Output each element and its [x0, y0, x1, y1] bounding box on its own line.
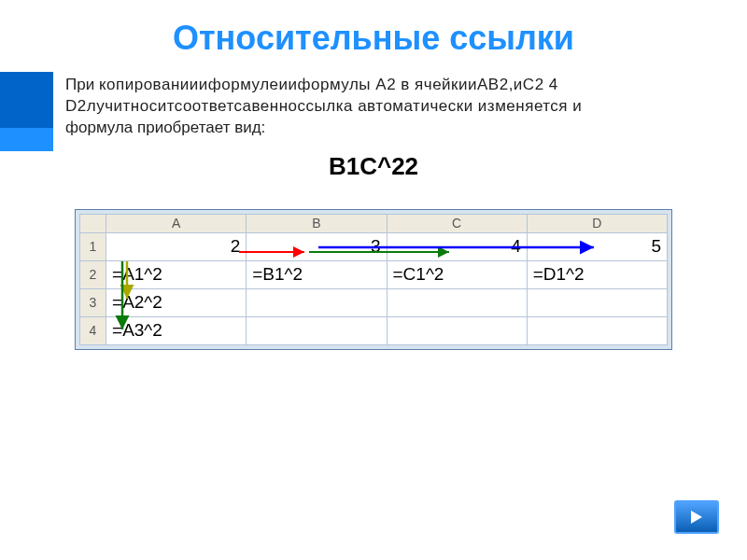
big-formula: В1С^22 — [0, 152, 747, 181]
cell-b3[interactable] — [247, 288, 387, 316]
cell-b4[interactable] — [247, 316, 387, 344]
cell-c1[interactable]: 4 — [387, 232, 527, 260]
cell-c3[interactable] — [387, 288, 527, 316]
cell-d4[interactable] — [527, 316, 667, 344]
decoration-block — [0, 72, 53, 128]
cell-a1[interactable]: 2 — [106, 232, 247, 260]
cell-c4[interactable] — [387, 316, 527, 344]
cell-c2[interactable]: =C1^2 — [387, 260, 527, 288]
description-paragraph: При копированиииформулеииформулы А2 в яч… — [65, 75, 708, 139]
text-garbled: D2лучитноситсоответсавенноссылка автомат… — [65, 97, 582, 115]
col-header-d: D — [527, 214, 667, 232]
row-header-3: 3 — [80, 288, 106, 316]
side-decoration — [0, 72, 53, 151]
spreadsheet-container: A B C D 1 2 3 4 5 2 =A1^2 =B1^2 =C1^2 =D… — [75, 209, 672, 350]
cell-a2[interactable]: =A1^2 — [106, 260, 247, 288]
play-icon — [689, 509, 704, 525]
decoration-block — [0, 128, 53, 151]
text: формула приобретает вид: — [65, 119, 265, 136]
cell-d3[interactable] — [527, 288, 667, 316]
cell-d2[interactable]: =D1^2 — [527, 260, 667, 288]
table-row: 2 =A1^2 =B1^2 =C1^2 =D1^2 — [80, 260, 668, 288]
col-header-c: C — [387, 214, 527, 232]
row-header-1: 1 — [80, 232, 106, 260]
cell-a4[interactable]: =A3^2 — [106, 316, 247, 344]
cell-b1[interactable]: 3 — [247, 232, 387, 260]
next-button[interactable] — [674, 500, 719, 534]
column-header-row: A B C D — [80, 214, 668, 232]
page-title: Относительные ссылки — [0, 19, 747, 58]
text-garbled: копированиииформулеииформулы А2 в ячейки… — [99, 76, 558, 93]
table-row: 1 2 3 4 5 — [80, 232, 668, 260]
table-row: 3 =A2^2 — [80, 288, 668, 316]
col-header-b: B — [247, 214, 387, 232]
col-header-a: A — [106, 214, 247, 232]
cell-d1[interactable]: 5 — [527, 232, 667, 260]
corner-cell — [80, 214, 106, 232]
spreadsheet: A B C D 1 2 3 4 5 2 =A1^2 =B1^2 =C1^2 =D… — [79, 214, 668, 345]
text: При — [65, 76, 99, 93]
table-row: 4 =A3^2 — [80, 316, 668, 344]
row-header-2: 2 — [80, 260, 106, 288]
row-header-4: 4 — [80, 316, 106, 344]
cell-b2[interactable]: =B1^2 — [247, 260, 387, 288]
cell-a3[interactable]: =A2^2 — [106, 288, 247, 316]
